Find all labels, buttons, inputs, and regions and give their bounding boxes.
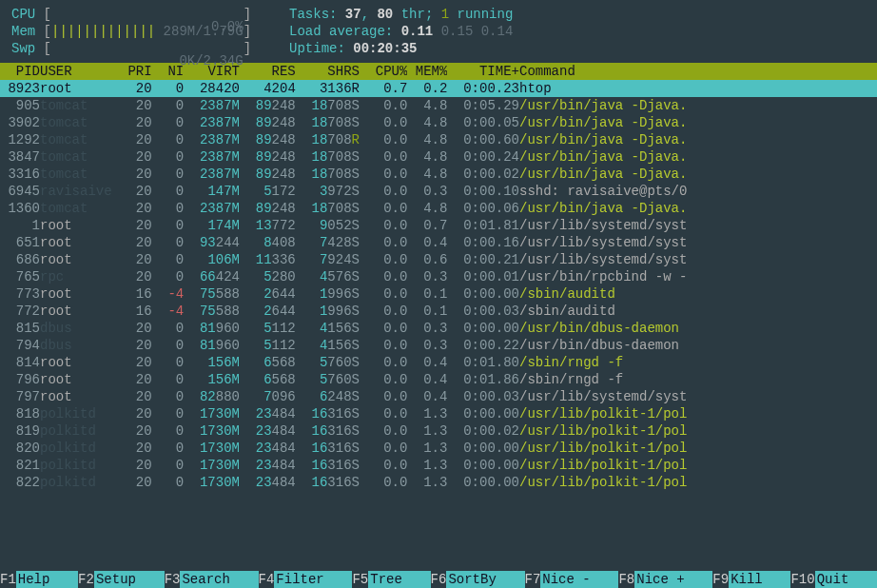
time: 0:00.00 (447, 320, 519, 337)
process-row[interactable]: 822polkitd2001730M2348416316S0.01.30:00.… (0, 474, 877, 491)
cpu: 0.0 (367, 200, 407, 217)
process-row[interactable]: 814root200156M65685760S0.00.40:01.80/sbi… (0, 354, 877, 371)
pri: 20 (120, 371, 152, 388)
process-row[interactable]: 797root2008288070966248S0.00.40:00.03/us… (0, 388, 877, 405)
virt: 1730M (184, 457, 240, 474)
time: 0:00.16 (447, 234, 519, 251)
fkey-f7[interactable]: F7Nice - (525, 571, 619, 588)
mem: 4.8 (407, 166, 447, 183)
process-row[interactable]: 794dbus2008196051124156S0.00.30:00.22/us… (0, 337, 877, 354)
process-row[interactable]: 1360tomcat2002387M8924818708S0.04.80:00.… (0, 200, 877, 217)
process-row[interactable]: 765rpc2006642452804576S0.00.30:00.01/usr… (0, 268, 877, 285)
command: /sbin/rngd -f (519, 354, 877, 371)
fkey-f6[interactable]: F6SortBy (431, 571, 525, 588)
mem: 0.1 (407, 285, 447, 303)
col-pid[interactable]: PID (0, 63, 40, 80)
ni: -4 (152, 285, 185, 303)
process-row[interactable]: 820polkitd2001730M2348416316S0.01.30:00.… (0, 440, 877, 457)
command: /usr/bin/java -Djava. (519, 114, 877, 131)
process-row[interactable]: 3902tomcat2002387M8924818708S0.04.80:00.… (0, 114, 877, 131)
col-mem%[interactable]: MEM% (407, 63, 447, 80)
res: 4204 (240, 80, 296, 97)
process-row[interactable]: 821polkitd2001730M2348416316S0.01.30:00.… (0, 457, 877, 474)
process-row[interactable]: 686root200106M113367924S0.00.60:00.21/us… (0, 251, 877, 268)
shr: 16316 (296, 422, 352, 440)
state: S (352, 457, 368, 474)
res: 5280 (240, 268, 296, 285)
command: /usr/lib/systemd/syst (519, 388, 877, 405)
pri: 20 (120, 251, 152, 268)
fkey-f4[interactable]: F4Filter (259, 571, 353, 588)
col-pri[interactable]: PRI (120, 63, 152, 80)
shr: 16316 (296, 474, 352, 491)
virt: 174M (184, 217, 240, 234)
process-row[interactable]: 651root2009324484087428S0.00.40:00.16/us… (0, 234, 877, 251)
fkey-f2[interactable]: F2Setup (78, 571, 165, 588)
mem: 0.7 (407, 217, 447, 234)
virt: 93244 (184, 234, 240, 251)
fkey-f8[interactable]: F8Nice + (618, 571, 712, 588)
process-row[interactable]: 772root16-47558826441996S0.00.10:00.03/s… (0, 303, 877, 320)
process-row[interactable]: 3847tomcat2002387M8924818708S0.04.80:00.… (0, 148, 877, 166)
col-command[interactable]: Command (519, 63, 877, 80)
mem: 0.4 (407, 354, 447, 371)
fkey-f5[interactable]: F5Tree (352, 571, 430, 588)
cpu: 0.0 (367, 440, 407, 457)
command: /usr/bin/dbus-daemon (519, 337, 877, 354)
col-res[interactable]: RES (240, 63, 296, 80)
cpu-meter: CPU[0.0%] Tasks: 37, 80 thr; 1 running (11, 6, 866, 23)
user: tomcat (40, 97, 120, 114)
process-row[interactable]: 1292tomcat2002387M8924818708R0.04.80:00.… (0, 131, 877, 148)
fkey-f1[interactable]: F1Help (0, 571, 78, 588)
col-time+[interactable]: TIME+ (447, 63, 519, 80)
ni: 0 (152, 474, 185, 491)
process-row[interactable]: 818polkitd2001730M2348416316S0.01.30:00.… (0, 405, 877, 422)
fkey-f3[interactable]: F3Search (165, 571, 259, 588)
fkey-f10[interactable]: F10Quit (790, 571, 877, 588)
mem: 1.3 (407, 457, 447, 474)
res: 7096 (240, 388, 296, 405)
mem-label: Mem (11, 23, 44, 40)
col-user[interactable]: USER (40, 63, 120, 80)
process-row[interactable]: 8923root2002842042043136R0.70.20:00.23ht… (0, 80, 877, 97)
process-row[interactable]: 6945ravisaive200147M51723972S0.00.30:00.… (0, 183, 877, 200)
user: tomcat (40, 131, 120, 148)
process-row[interactable]: 905tomcat2002387M8924818708S0.04.80:05.2… (0, 97, 877, 114)
command: /usr/bin/java -Djava. (519, 148, 877, 166)
process-row[interactable]: 815dbus2008196051124156S0.00.30:00.00/us… (0, 320, 877, 337)
pid: 6945 (0, 183, 40, 200)
cpu: 0.0 (367, 217, 407, 234)
pri: 16 (120, 303, 152, 320)
process-header[interactable]: PIDUSERPRINIVIRTRESSHRSCPU%MEM%TIME+Comm… (0, 63, 877, 80)
res: 13772 (240, 217, 296, 234)
user: root (40, 354, 120, 371)
pri: 20 (120, 457, 152, 474)
virt: 1730M (184, 405, 240, 422)
col-shr[interactable]: SHR (296, 63, 352, 80)
process-table[interactable]: PIDUSERPRINIVIRTRESSHRSCPU%MEM%TIME+Comm… (0, 63, 877, 491)
process-row[interactable]: 1root200174M137729052S0.00.70:01.81/usr/… (0, 217, 877, 234)
col-s[interactable]: S (352, 63, 368, 80)
process-row[interactable]: 773root16-47558826441996S0.00.10:00.00/s… (0, 285, 877, 303)
command: /usr/lib/systemd/syst (519, 251, 877, 268)
pid: 773 (0, 285, 40, 303)
command: /usr/lib/polkit-1/pol (519, 440, 877, 457)
cpu: 0.0 (367, 337, 407, 354)
pid: 814 (0, 354, 40, 371)
process-row[interactable]: 3316tomcat2002387M8924818708S0.04.80:00.… (0, 166, 877, 183)
mem: 0.2 (407, 80, 447, 97)
cpu: 0.0 (367, 371, 407, 388)
time: 0:00.00 (447, 457, 519, 474)
ni: 0 (152, 405, 185, 422)
process-row[interactable]: 819polkitd2001730M2348416316S0.01.30:00.… (0, 422, 877, 440)
cpu: 0.0 (367, 166, 407, 183)
state: S (352, 354, 368, 371)
time: 0:00.00 (447, 405, 519, 422)
ni: 0 (152, 268, 185, 285)
res: 23484 (240, 422, 296, 440)
fkey-f9[interactable]: F9Kill (712, 571, 790, 588)
pri: 20 (120, 337, 152, 354)
pri: 20 (120, 268, 152, 285)
col-cpu%[interactable]: CPU% (367, 63, 407, 80)
process-row[interactable]: 796root200156M65685760S0.00.40:01.86/sbi… (0, 371, 877, 388)
